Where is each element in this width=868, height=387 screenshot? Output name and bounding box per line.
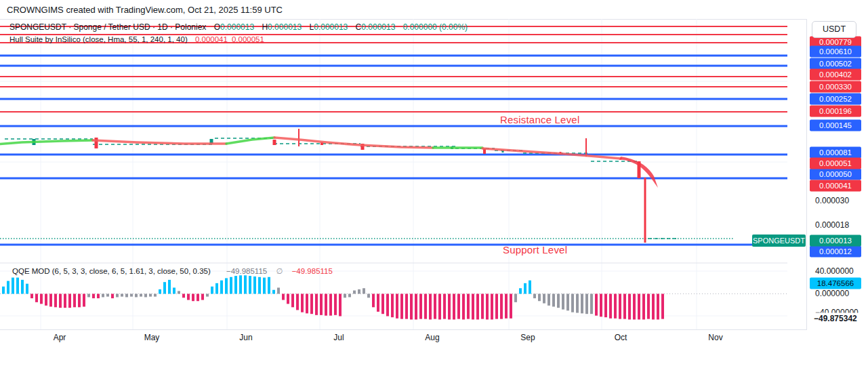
qqe-histogram-bar [154, 294, 157, 297]
qqe-histogram-bar [249, 276, 251, 293]
qqe-histogram-bar [325, 294, 327, 316]
price-level-label: 0.000145 [810, 120, 861, 131]
qqe-histogram-bar [287, 294, 289, 304]
qqe-histogram-bar [268, 277, 270, 294]
qqe-histogram-bar [7, 281, 9, 294]
symbol-legend[interactable]: SPONGEUSDT · Sponge / Tether USD · 1D · … [9, 22, 468, 45]
qqe-histogram-bar [291, 294, 294, 308]
qqe-histogram-bar [197, 294, 199, 302]
qqe-histogram-bar [178, 291, 180, 293]
qqe-histogram-bar [538, 294, 541, 302]
support-level-annotation[interactable]: Support Level [503, 244, 567, 256]
time-axis-label: Jun [239, 333, 252, 342]
price-scale-label: 0.000051 [810, 158, 861, 169]
qqe-histogram-bar [21, 280, 24, 294]
qqe-histogram-bar [381, 294, 384, 314]
price-scale-label: 0.000018 [815, 220, 867, 231]
qqe-histogram-bar [135, 294, 138, 298]
qqe-histogram-bar [363, 288, 365, 293]
qqe-histogram-bar [609, 294, 612, 319]
qqe-histogram-bar [571, 294, 574, 312]
qqe-histogram-bar [500, 294, 503, 319]
chart-canvas[interactable] [0, 19, 806, 344]
qqe-histogram-bar [391, 294, 394, 318]
hull-suite-row[interactable]: Hull Suite by InSilico (close, Hma, 55, … [9, 35, 468, 45]
attribution-text: CROWNGIMS created with TradingView.com, … [7, 5, 283, 15]
qqe-histogram-bar [533, 294, 536, 299]
price-level-label: 0.000502 [810, 58, 861, 70]
qqe-histogram-bar [201, 294, 204, 300]
qqe-histogram-bar [344, 294, 346, 298]
qqe-histogram-bar [92, 294, 95, 299]
qqe-mod-title[interactable]: QQE MOD (6, 5, 3, 3, close, 6, 5, 1.61, … [12, 267, 211, 275]
price-scale[interactable]: USDT 0.0007790.0006100.0005020.0004020.0… [806, 19, 868, 330]
qqe-histogram-bar [159, 289, 161, 294]
qqe-histogram-bar [182, 294, 185, 298]
qqe-histogram-bar [377, 294, 379, 312]
qqe-histogram-bar [495, 294, 498, 319]
qqe-histogram-bar [230, 277, 232, 294]
qqe-histogram-bar [353, 291, 356, 294]
price-scale-label: 40.000000 [815, 266, 867, 277]
qqe-histogram-bar [140, 294, 142, 297]
qqe-histogram-bar [97, 294, 100, 299]
qqe-mod-legend[interactable]: QQE MOD (6, 5, 3, 3, close, 6, 5, 1.61, … [12, 266, 333, 276]
qqe-histogram-bar [192, 294, 194, 302]
currency-toggle-button[interactable]: USDT [812, 21, 856, 38]
qqe-histogram-bar [661, 294, 664, 319]
qqe-histogram-bar [505, 294, 508, 319]
candle-down [585, 138, 587, 157]
qqe-histogram-bar [272, 290, 275, 294]
qqe-histogram-bar [396, 294, 398, 319]
time-axis-label: May [144, 333, 160, 342]
qqe-histogram-bar [329, 294, 332, 316]
time-axis-label: Jul [333, 333, 344, 342]
qqe-histogram-bar [581, 294, 583, 314]
qqe-histogram-bar [87, 294, 90, 298]
qqe-histogram-bar [419, 294, 422, 319]
qqe-histogram-bar [215, 283, 218, 294]
resistance-level-annotation[interactable]: Resistance Level [500, 114, 579, 125]
qqe-histogram-bar [106, 294, 109, 297]
qqe-histogram-bar [358, 289, 360, 294]
qqe-histogram-bar [472, 294, 474, 320]
qqe-histogram-bar [258, 277, 261, 294]
hull-value-1: 0.000041 [195, 35, 228, 43]
hull-suite-label[interactable]: Hull Suite by InSilico (close, Hma, 55, … [9, 35, 188, 43]
symbol-title[interactable]: SPONGEUSDT · Sponge / Tether USD · 1D · … [9, 22, 206, 32]
price-level-label: 0.000402 [810, 69, 861, 81]
current-price-symbol-tag: SPONGEUSDT [752, 235, 806, 247]
price-level-label: 0.000252 [810, 94, 861, 105]
qqe-histogram-bar [604, 294, 607, 318]
qqe-histogram-bar [386, 294, 389, 317]
qqe-histogram-bar [339, 294, 342, 317]
qqe-histogram-bar [315, 294, 318, 315]
symbol-title-row[interactable]: SPONGEUSDT · Sponge / Tether USD · 1D · … [9, 22, 468, 33]
qqe-histogram-bar [590, 294, 593, 314]
qqe-histogram-bar [220, 281, 223, 294]
qqe-histogram-bar [68, 294, 71, 308]
qqe-histogram-bar [372, 294, 375, 308]
hull-value-2: 0.000051 [232, 35, 264, 43]
qqe-histogram-bar [73, 294, 76, 308]
price-level-label: 0.000330 [810, 81, 861, 93]
candle-down [273, 140, 276, 145]
qqe-histogram-bar [510, 294, 512, 319]
qqe-histogram-bar [277, 287, 280, 293]
time-axis[interactable]: AprMayJunJulAugSepOctNov [0, 329, 806, 344]
hull-band-green [0, 140, 93, 145]
qqe-histogram-bar [519, 288, 522, 293]
qqe-histogram-bar [64, 294, 66, 308]
qqe-histogram-bar [600, 294, 602, 317]
qqe-histogram-bar [476, 294, 479, 320]
attribution-bar: CROWNGIMS created with TradingView.com, … [0, 0, 868, 19]
qqe-histogram-bar [647, 294, 650, 319]
footer: TradingView [0, 344, 868, 387]
qqe-histogram-bar [405, 294, 408, 319]
qqe-histogram-bar [83, 294, 85, 307]
price-scale-label: 0.000000 [815, 288, 867, 300]
price-scale-label: 0.000041 [810, 180, 861, 192]
qqe-histogram-bar [78, 294, 81, 308]
qqe-histogram-bar [434, 294, 436, 319]
qqe-histogram-bar [438, 294, 441, 320]
